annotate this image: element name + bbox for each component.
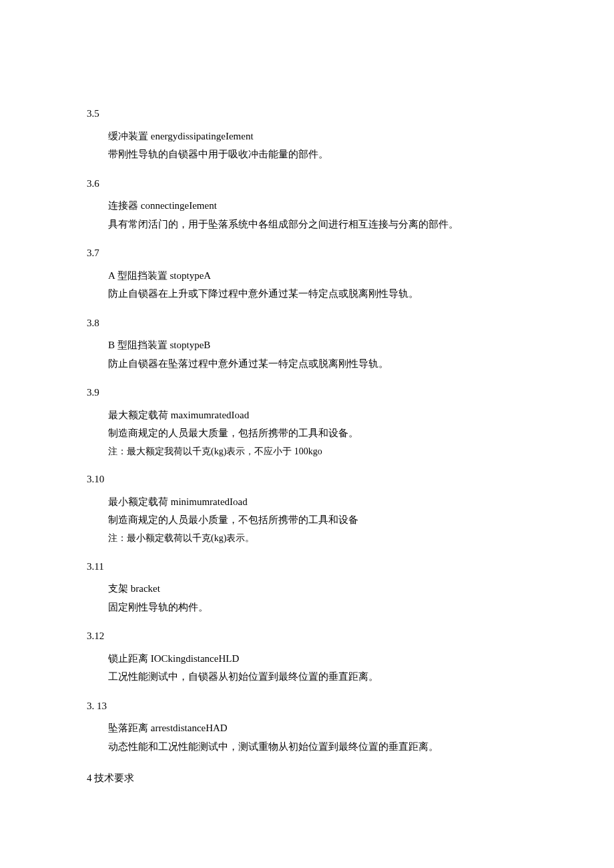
note-line: 注：最大额定我荷以千克(kg)表示，不应小于 100kgo — [87, 444, 527, 460]
term-line: 坠落距离 arrestdistanceHAD — [87, 720, 527, 737]
definition-line: 带刚性导轨的自锁器中用于吸收冲击能量的部件。 — [87, 146, 527, 163]
section-number: 3.5 — [87, 105, 527, 123]
section-number: 3.11 — [87, 558, 527, 576]
term-line: 支架 bracket — [87, 580, 527, 598]
term-line: B 型阻挡装置 stoptypeB — [87, 337, 527, 354]
section-number: 3.6 — [87, 175, 527, 193]
definition-line: 动态性能和工况性能测试中，测试重物从初始位置到最终位置的垂直距离。 — [87, 739, 527, 756]
definition-line: 工况性能测试中，自锁器从初始位置到最终位置的垂直距离。 — [87, 669, 527, 686]
definition-line: 制造商规定的人员最大质量，包括所携带的工具和设备。 — [87, 425, 527, 442]
term-line: 最小额定载荷 minimumratedIoad — [87, 494, 527, 511]
note-line: 注：最小额定载荷以千克(kg)表示。 — [87, 530, 527, 546]
section-number: 3.9 — [87, 384, 527, 402]
section-number: 3.12 — [87, 628, 527, 645]
term-line: 锁止距离 IOCkingdistanceHLD — [87, 650, 527, 668]
definition-line: 防止自锁器在上升或下降过程中意外通过某一特定点或脱离刚性导轨。 — [87, 286, 527, 303]
section-number: 3.8 — [87, 315, 527, 332]
definition-line: 固定刚性导轨的构件。 — [87, 599, 527, 616]
section-number: 3.10 — [87, 471, 527, 488]
definition-line: 制造商规定的人员最小质量，不包括所携带的工具和设备 — [87, 512, 527, 529]
term-line: 连接器 connectingeIement — [87, 197, 527, 215]
section-heading: 4 技术要求 — [87, 770, 527, 787]
section-number: 3. 13 — [87, 698, 527, 715]
term-line: 缓冲装置 energydissipatingeIement — [87, 128, 527, 145]
definition-line: 具有常闭活门的，用于坠落系统中各组成部分之间进行相互连接与分离的部件。 — [87, 216, 527, 234]
section-number: 3.7 — [87, 245, 527, 262]
term-line: A 型阻挡装置 stoptypeA — [87, 268, 527, 285]
definition-line: 防止自锁器在坠落过程中意外通过某一特定点或脱离刚性导轨。 — [87, 356, 527, 373]
term-line: 最大额定载荷 maximumratedIoad — [87, 407, 527, 424]
